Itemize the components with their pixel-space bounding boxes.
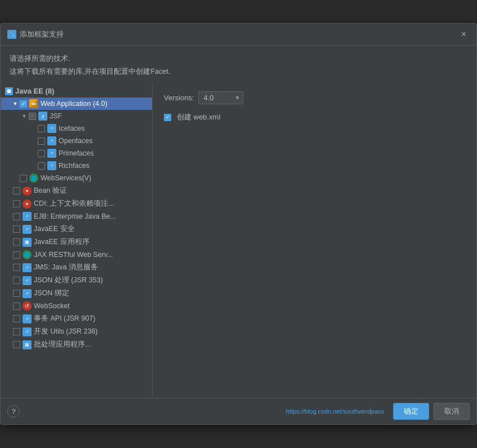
icon-cdi: ●	[23, 199, 32, 209]
checkbox-jax-rest[interactable]	[13, 251, 20, 259]
tree-item-icefaces[interactable]: ▶ ↗ Icefaces	[1, 122, 152, 135]
tree-item-web-app[interactable]: ▼ W Web Application (4.0)	[1, 97, 152, 110]
checkbox-websocket[interactable]	[13, 303, 20, 310]
label-bean: Bean 验证	[34, 186, 67, 196]
icon-ejb: ↗	[23, 212, 32, 221]
checkbox-javaee-sec[interactable]	[13, 225, 20, 233]
label-transaction: 事务 API (JSR 907)	[34, 314, 95, 323]
tree-item-richfaces[interactable]: ▶ ↗ Richfaces	[1, 159, 152, 172]
tree-item-bean[interactable]: ▶ ● Bean 验证	[1, 184, 152, 197]
icon-json-bind: ↗	[23, 289, 32, 298]
section-header: ▦ Java EE (8)	[1, 85, 152, 97]
icon-devutils: ↗	[23, 327, 32, 336]
tree-item-transaction[interactable]: ▶ ↗ 事务 API (JSR 907)	[1, 312, 152, 325]
tree-item-primefaces[interactable]: ▶ ↗ Primefaces	[1, 147, 152, 159]
label-icefaces: Icefaces	[59, 125, 85, 132]
icon-icefaces: ↗	[47, 124, 56, 133]
add-framework-dialog: 🔧 添加框架支持 × 请选择所需的技术. 这将下载所有需要的库,并在项目配置中创…	[0, 23, 477, 425]
tree-item-jsf[interactable]: ▼ J JSF	[1, 110, 152, 122]
icon-web-app: W	[29, 99, 38, 108]
dialog-title: 添加框架支持	[20, 29, 64, 39]
icon-javaee-app: ▦	[23, 238, 32, 247]
checkbox-javaee-app[interactable]	[13, 238, 20, 246]
label-cdi: CDI: 上下文和依赖项注...	[34, 199, 114, 209]
version-select[interactable]: 3.0 3.1 4.0 5.0	[198, 91, 243, 104]
left-panel: ▦ Java EE (8) ▼ W Web Application (4.0) …	[1, 82, 153, 398]
help-button[interactable]: ?	[7, 405, 20, 418]
version-select-wrapper: 3.0 3.1 4.0 5.0 ▼	[198, 91, 243, 104]
desc-line1: 请选择所需的技术.	[10, 52, 467, 65]
icon-bean: ●	[23, 187, 32, 196]
tree-item-jax-rest[interactable]: ▶ 🌐 JAX RESTful Web Serv...	[1, 249, 152, 261]
icon-javaee-sec: ↗	[23, 225, 32, 234]
label-json-bind: JSON 绑定	[34, 289, 69, 298]
checkbox-ejb[interactable]	[13, 213, 20, 220]
label-json353: JSON 处理 (JSR 353)	[34, 276, 103, 285]
checkbox-create-xml[interactable]	[164, 114, 171, 121]
checkbox-transaction[interactable]	[13, 315, 20, 322]
right-panel: Versions: 3.0 3.1 4.0 5.0 ▼ 创建 web.xml	[153, 82, 476, 398]
cancel-button[interactable]: 取消	[434, 403, 470, 420]
confirm-button[interactable]: 确定	[393, 403, 429, 420]
icon-more: ▦	[23, 340, 32, 349]
tree-item-cdi[interactable]: ▶ ● CDI: 上下文和依赖项注...	[1, 197, 152, 210]
label-javaee-sec: JavaEE 安全	[34, 224, 75, 234]
tree-item-websocket[interactable]: ▶ ↺ WebSocket	[1, 300, 152, 312]
tree-item-javaee-app[interactable]: ▶ ▦ JavaEE 应用程序	[1, 236, 152, 249]
icon-transaction: ↗	[23, 314, 32, 323]
icon-primefaces: ↗	[47, 149, 56, 158]
close-button[interactable]: ×	[458, 28, 470, 41]
checkbox-richfaces[interactable]	[38, 162, 45, 170]
checkbox-webservices[interactable]	[20, 175, 27, 182]
checkbox-more[interactable]	[13, 341, 20, 348]
footer-right: https://blog.csdn.net/southwindpass 确定 取…	[286, 403, 470, 420]
label-jms: JMS: Java 消息服务	[34, 263, 98, 272]
icon-jax-rest: 🌐	[23, 250, 32, 259]
checkbox-json353[interactable]	[13, 277, 20, 284]
label-web-app: Web Application (4.0)	[41, 100, 108, 108]
label-webservices: WebServices(V)	[41, 174, 91, 182]
checkbox-jms[interactable]	[13, 264, 20, 271]
tree-item-javaee-sec[interactable]: ▶ ↗ JavaEE 安全	[1, 223, 152, 236]
label-primefaces: Primefaces	[59, 149, 94, 157]
label-more: 批处理应用程序...	[34, 340, 91, 349]
icon-richfaces: ↗	[47, 161, 56, 170]
tree-item-json-bind[interactable]: ▶ ↗ JSON 绑定	[1, 287, 152, 300]
versions-label: Versions:	[164, 94, 194, 102]
tree-item-webservices[interactable]: ▶ 🌐 WebServices(V)	[1, 172, 152, 184]
tree-item-openfaces[interactable]: ▶ ↗ Openfaces	[1, 135, 152, 147]
section-icon: ▦	[5, 87, 13, 95]
footer-left: ?	[7, 405, 20, 418]
label-ejb: EJB: Enterprise Java Be...	[34, 212, 116, 220]
tree-item-more[interactable]: ▶ ▦ 批处理应用程序...	[1, 338, 152, 351]
icon-json353: ↗	[23, 276, 32, 285]
dialog-footer: ? https://blog.csdn.net/southwindpass 确定…	[1, 398, 476, 424]
tree-item-devutils[interactable]: ▶ ↗ 开发 Utils (JSR 236)	[1, 325, 152, 338]
create-xml-label: 创建 web.xml	[177, 112, 220, 122]
checkbox-json-bind[interactable]	[13, 290, 20, 297]
checkbox-openfaces[interactable]	[38, 137, 45, 145]
icon-webservices: 🌐	[29, 174, 38, 183]
expand-arrow-jsf: ▼	[21, 113, 28, 119]
label-websocket: WebSocket	[34, 302, 70, 310]
tree-item-json353[interactable]: ▶ ↗ JSON 处理 (JSR 353)	[1, 274, 152, 287]
checkbox-icefaces[interactable]	[38, 125, 45, 132]
checkbox-web-app[interactable]	[20, 100, 27, 108]
checkbox-devutils[interactable]	[13, 328, 20, 335]
expand-arrow-web-app: ▼	[12, 100, 19, 107]
icon-jms: ↗	[23, 263, 32, 272]
create-xml-row: 创建 web.xml	[164, 112, 465, 122]
checkbox-jsf[interactable]	[29, 113, 36, 120]
dialog-titlebar: 🔧 添加框架支持 ×	[1, 24, 476, 46]
tree-item-jms[interactable]: ▶ ↗ JMS: Java 消息服务	[1, 261, 152, 274]
checkbox-cdi[interactable]	[13, 200, 20, 207]
icon-websocket: ↺	[23, 301, 32, 311]
checkbox-bean[interactable]	[13, 187, 20, 194]
section-label: Java EE (8)	[15, 87, 54, 95]
tree-item-ejb[interactable]: ▶ ↗ EJB: Enterprise Java Be...	[1, 210, 152, 223]
versions-row: Versions: 3.0 3.1 4.0 5.0 ▼	[164, 91, 465, 104]
label-openfaces: Openfaces	[59, 137, 92, 145]
footer-link[interactable]: https://blog.csdn.net/southwindpass	[286, 408, 384, 415]
title-left: 🔧 添加框架支持	[7, 29, 64, 39]
checkbox-primefaces[interactable]	[38, 150, 45, 157]
